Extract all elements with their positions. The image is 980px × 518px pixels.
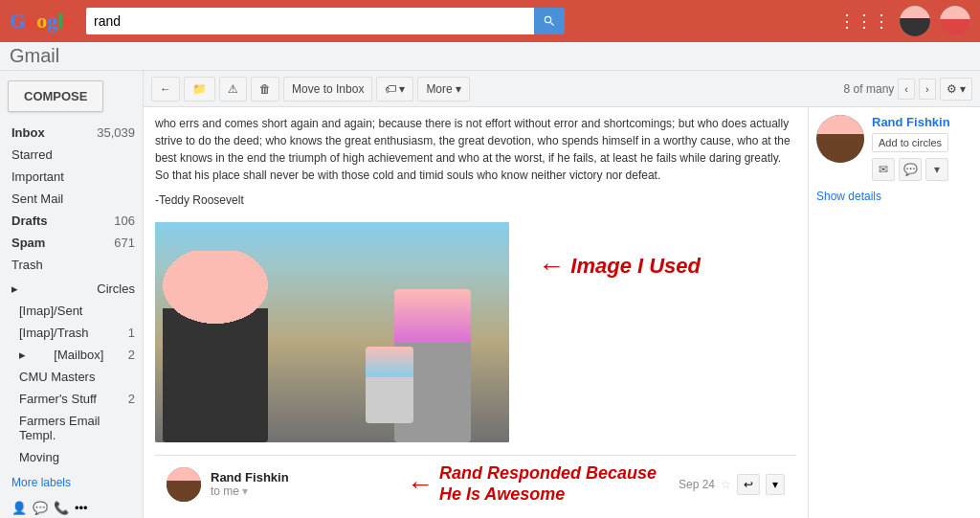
farmers-templ-label: Farmers Email Templ. (19, 414, 135, 442)
reply-dropdown-icon[interactable]: ▾ (242, 484, 248, 498)
date-text: Sep 24 (679, 478, 715, 491)
search-button[interactable] (534, 8, 565, 34)
imap-trash-label: [Imap]/Trash (19, 326, 88, 340)
sidebar-item-farmers-templ[interactable]: Farmers Email Templ. (0, 410, 143, 446)
settings-button[interactable]: ⚙ ▾ (940, 78, 972, 101)
sidebar-item-moving[interactable]: Moving (0, 446, 143, 468)
phone-icon[interactable]: 📞 (54, 501, 69, 515)
top-right: ⋮⋮⋮ (838, 6, 970, 36)
email-photo (155, 222, 509, 442)
gmail-header: Gmail (0, 42, 980, 71)
image-annotation-text: Image I Used (570, 254, 701, 279)
moving-label: Moving (19, 450, 59, 464)
star-icon[interactable]: ☆ (721, 478, 731, 491)
count-label: 8 of many (844, 82, 895, 96)
toolbar: ← 📁 ⚠ 🗑 Move to Inbox 🏷 ▾ More ▾ 8 of ma… (144, 71, 980, 107)
compose-button[interactable]: COMPOSE (8, 80, 103, 112)
trash-label: Trash (11, 258, 43, 272)
reply-row: Rand Fishkin to me ▾ ← Rand Responded Be… (155, 455, 796, 512)
sidebar-bottom-icons: 👤 💬 📞 ••• (0, 493, 143, 518)
profile-avatar[interactable] (940, 6, 970, 36)
labels-button[interactable]: 🏷 ▾ (376, 77, 413, 101)
email-main: who errs and comes short again and again… (144, 107, 808, 518)
inbox-label: Inbox (11, 125, 45, 140)
sidebar-item-more-labels[interactable]: More labels (0, 472, 143, 493)
move-inbox-button[interactable]: Move to Inbox (283, 77, 372, 101)
sidebar-item-spam[interactable]: Spam 671 (0, 232, 143, 254)
sidebar-item-imap-sent[interactable]: [Imap]/Sent (0, 300, 143, 322)
add-to-circles-button[interactable]: Add to circles (872, 133, 948, 152)
sidebar-item-imap-trash[interactable]: [Imap]/Trash 1 (0, 322, 143, 344)
sidebar-item-mailbox[interactable]: ▸ [Mailbox] 2 (0, 344, 143, 366)
search-bar: rand (86, 8, 565, 34)
more-arrow-icon: ▾ (456, 82, 461, 96)
report-button[interactable]: ⚠ (219, 77, 247, 101)
drafts-count: 106 (114, 214, 135, 228)
sender-name: Rand Fishkin (872, 115, 972, 129)
sidebar-item-inbox[interactable]: Inbox 35,039 (0, 122, 143, 144)
sidebar-item-farmers[interactable]: Farmer's Stuff 2 (0, 388, 143, 410)
more-labels-label: More labels (11, 476, 71, 489)
sidebar-item-circles[interactable]: ▸ Circles (0, 276, 143, 300)
cmu-label: CMU Masters (19, 370, 95, 384)
mailbox-label: [Mailbox] (54, 348, 103, 362)
labels-arrow-icon: ▾ (399, 82, 405, 96)
prev-button[interactable]: ‹ (898, 79, 915, 100)
reply-info: Rand Fishkin to me ▾ (211, 470, 388, 498)
sidebar-item-sent[interactable]: Sent Mail (0, 188, 143, 210)
delete-button[interactable]: 🗑 (251, 77, 279, 101)
reply-annotation: ← Rand Responded Because He Is Awesome (407, 463, 659, 505)
sender-email-icon[interactable]: ✉ (872, 158, 895, 181)
inbox-count: 35,039 (97, 125, 135, 140)
email-body-text: who errs and comes short again and again… (155, 115, 796, 184)
chat-icon[interactable]: 💬 (33, 501, 48, 515)
reply-date: Sep 24 ☆ ↩ ▾ (679, 474, 785, 495)
show-details-link[interactable]: Show details (816, 190, 881, 203)
user-avatar[interactable] (900, 6, 930, 36)
sender-avatar (816, 115, 864, 163)
farmers-label: Farmer's Stuff (19, 392, 97, 406)
google-logo: Google (10, 9, 73, 34)
reply-annotation-text: Rand Responded Because He Is Awesome (439, 463, 659, 505)
sender-chat-icon[interactable]: 💬 (899, 158, 922, 181)
mailbox-arrow: ▸ (19, 348, 26, 362)
reply-dropdown-button[interactable]: ▾ (766, 474, 785, 495)
search-input[interactable]: rand (86, 8, 534, 34)
circles-arrow: ▸ (11, 282, 18, 296)
sidebar-item-starred[interactable]: Starred (0, 144, 143, 166)
mailbox-count: 2 (128, 348, 135, 362)
main-layout: COMPOSE Inbox 35,039 Starred Important S… (0, 71, 980, 518)
sent-label: Sent Mail (11, 191, 63, 206)
sidebar-item-important[interactable]: Important (0, 166, 143, 188)
archive-button[interactable]: 📁 (184, 77, 215, 101)
annotation-arrow-icon: ← (538, 251, 565, 282)
important-label: Important (11, 169, 64, 184)
sender-more-icon[interactable]: ▾ (925, 158, 948, 181)
imap-trash-count: 1 (128, 326, 135, 340)
content-area: ← 📁 ⚠ 🗑 Move to Inbox 🏷 ▾ More ▾ 8 of ma… (144, 71, 980, 518)
apps-icon[interactable]: ⋮⋮⋮ (838, 11, 890, 32)
reply-button[interactable]: ↩ (737, 474, 760, 495)
gmail-label: Gmail (10, 45, 59, 67)
spam-count: 671 (114, 236, 135, 250)
more-button[interactable]: More ▾ (417, 77, 469, 101)
image-annotation: ← Image I Used (538, 251, 701, 282)
drafts-label: Drafts (11, 214, 48, 228)
back-button[interactable]: ← (151, 77, 180, 101)
next-button[interactable]: › (919, 79, 936, 100)
email-body: who errs and comes short again and again… (144, 107, 980, 518)
sidebar-item-drafts[interactable]: Drafts 106 (0, 210, 143, 232)
sidebar: COMPOSE Inbox 35,039 Starred Important S… (0, 71, 144, 518)
spam-label: Spam (11, 236, 45, 250)
sender-card: Rand Fishkin Add to circles ✉ 💬 ▾ (816, 115, 972, 181)
contacts-icon[interactable]: 👤 (11, 501, 27, 515)
sidebar-item-cmu[interactable]: CMU Masters (0, 366, 143, 388)
top-bar: Google rand ⋮⋮⋮ (0, 0, 980, 42)
starred-label: Starred (11, 147, 53, 162)
reply-name: Rand Fishkin (211, 470, 388, 484)
reply-arrow-icon: ← (407, 469, 434, 500)
sidebar-item-trash[interactable]: Trash (0, 254, 143, 276)
sender-sidebar: Rand Fishkin Add to circles ✉ 💬 ▾ Show d… (808, 107, 980, 518)
more-icon[interactable]: ••• (75, 501, 88, 515)
reply-avatar (167, 467, 201, 502)
